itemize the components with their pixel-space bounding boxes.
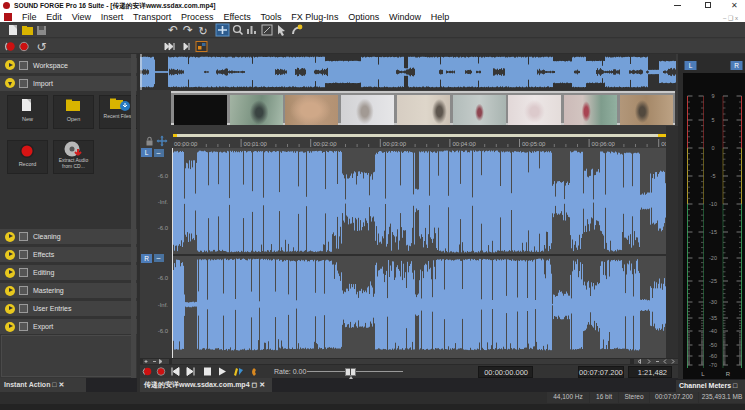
svg-text:0: 0 <box>711 145 714 151</box>
svg-text:-40: -40 <box>709 328 717 334</box>
svg-text:-15: -15 <box>709 229 717 235</box>
svg-text:9: 9 <box>711 93 714 99</box>
svg-text:-35: -35 <box>709 315 717 321</box>
svg-text:↺: ↺ <box>36 40 46 54</box>
svg-text:-25: -25 <box>709 278 717 284</box>
svg-text:5: 5 <box>711 117 714 123</box>
svg-text:↻: ↻ <box>198 25 207 37</box>
svg-text:-50: -50 <box>709 342 717 348</box>
svg-text:-20: -20 <box>709 255 717 261</box>
svg-text:↶: ↶ <box>168 23 178 37</box>
svg-text:-60: -60 <box>709 353 717 359</box>
svg-text:↷: ↷ <box>183 23 193 37</box>
svg-text:R: R <box>726 371 731 377</box>
svg-text:-70: -70 <box>709 362 717 368</box>
svg-text:R: R <box>734 62 739 69</box>
svg-text:-5: -5 <box>711 173 716 179</box>
svg-text:-30: -30 <box>709 299 717 305</box>
svg-text:-10: -10 <box>709 201 717 207</box>
svg-text:L: L <box>689 62 693 69</box>
